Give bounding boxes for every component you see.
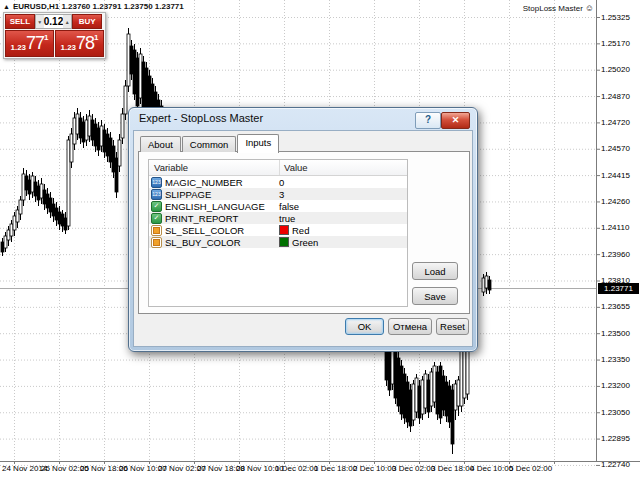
time-axis-label: 3 Dec 02:00 (392, 464, 435, 473)
ea-status[interactable]: StopLoss Master☺ (523, 3, 594, 13)
dialog-title: Expert - StopLoss Master (139, 112, 263, 124)
sell-price-big: 77 (26, 33, 44, 54)
price-axis-label: 1.24415 (601, 171, 630, 180)
color-type-icon (151, 225, 162, 236)
price-axis-label: 1.25020 (601, 65, 630, 74)
price-axis-label: 1.24570 (601, 144, 630, 153)
time-axis-label: 1 Dec 18:00 (314, 464, 357, 473)
variable-name: MAGIC_NUMBER (165, 177, 243, 188)
dialog-tabs: AboutCommonInputs (140, 136, 280, 153)
sell-price-sup: 1 (44, 33, 48, 42)
price-axis-label: 1.23655 (601, 302, 630, 311)
load-button[interactable]: Load (412, 262, 458, 280)
ea-active-smiley-icon: ☺ (585, 3, 594, 13)
cancel-button[interactable]: Отмена (388, 318, 432, 335)
input-row-slippage[interactable]: 123SLIPPAGE3 (149, 188, 407, 200)
ok-button[interactable]: OK (345, 318, 384, 335)
input-row-sl_buy_color[interactable]: SL_BUY_COLORGreen (149, 236, 407, 248)
variable-value[interactable]: true (279, 213, 295, 224)
integer-type-icon: 123 (151, 177, 162, 188)
volume-decrease-icon[interactable]: ▼ (36, 15, 44, 28)
input-row-english_language[interactable]: ✓ENGLISH_LANGUAGEfalse (149, 200, 407, 212)
price-axis-label: 1.24870 (601, 92, 630, 101)
tab-common[interactable]: Common (182, 136, 237, 152)
variable-value[interactable]: 3 (279, 189, 284, 200)
symbol-ohlc-text: EURUSD,H1 1.23760 1.23791 1.23750 1.2377… (13, 2, 184, 11)
inputs-table-header: Variable Value (149, 160, 407, 176)
inputs-table-rows: 123MAGIC_NUMBER0123SLIPPAGE3✓ENGLISH_LAN… (149, 176, 407, 248)
variable-value[interactable]: 0 (279, 177, 284, 188)
variable-name: PRINT_REPORT (165, 213, 238, 224)
buy-price-sup: 1 (94, 33, 98, 42)
input-row-print_report[interactable]: ✓PRINT_REPORTtrue (149, 212, 407, 224)
price-axis-label: 1.24260 (601, 197, 630, 206)
input-row-sl_sell_color[interactable]: SL_SELL_COLORRed (149, 224, 407, 236)
price-axis-label: 1.23350 (601, 355, 630, 364)
expert-properties-dialog: Expert - StopLoss Master ? ✕ AboutCommon… (128, 107, 478, 352)
volume-increase-icon[interactable]: ▲ (63, 15, 71, 28)
variable-name: SL_SELL_COLOR (165, 225, 244, 236)
dialog-close-icon[interactable]: ✕ (441, 112, 470, 129)
chart-symbol-ohlc: ▲EURUSD,H1 1.23760 1.23791 1.23750 1.237… (3, 2, 184, 11)
column-header-variable[interactable]: Variable (149, 160, 280, 175)
time-axis-label: 2 Dec 10:00 (353, 464, 396, 473)
inputs-table: Variable Value 123MAGIC_NUMBER0123SLIPPA… (148, 159, 408, 307)
price-axis-label: 1.24110 (601, 223, 629, 232)
price-axis-label: 1.23500 (601, 329, 630, 338)
price-axis-label: 1.23960 (601, 250, 630, 259)
price-axis-label: 1.22895 (601, 434, 630, 443)
buy-price-button[interactable]: 1.23781 (55, 30, 104, 57)
sell-price-button[interactable]: 1.23771 (5, 30, 54, 57)
inputs-tab-pane: Variable Value 123MAGIC_NUMBER0123SLIPPA… (138, 151, 470, 314)
input-row-magic_number[interactable]: 123MAGIC_NUMBER0 (149, 176, 407, 188)
boolean-type-icon: ✓ (151, 201, 162, 212)
variable-value[interactable]: Red (292, 225, 309, 236)
price-axis-label: 1.23200 (601, 381, 630, 390)
price-axis-label: 1.25325 (601, 13, 630, 22)
integer-type-icon: 123 (151, 189, 162, 200)
price-axis-label: 1.25170 (601, 39, 630, 48)
variable-name: SLIPPAGE (165, 189, 211, 200)
volume-value[interactable]: 0.12 (44, 16, 63, 27)
buy-price-small: 1.23 (60, 43, 76, 52)
color-swatch (279, 225, 289, 235)
buy-price-big: 78 (76, 33, 94, 54)
price-axis-label: 1.23050 (601, 408, 630, 417)
ea-name: StopLoss Master (523, 4, 583, 13)
save-button[interactable]: Save (412, 287, 458, 305)
color-type-icon (151, 237, 162, 248)
dialog-client-area: AboutCommonInputs Variable Value 123MAGI… (133, 130, 473, 347)
mt4-window: ▲EURUSD,H1 1.23760 1.23791 1.23750 1.237… (0, 0, 640, 480)
buy-button[interactable]: BUY (72, 14, 102, 29)
dialog-help-button[interactable]: ? (415, 112, 441, 129)
tab-inputs[interactable]: Inputs (237, 134, 279, 153)
volume-stepper: ▼ 0.12 ▲ (35, 14, 72, 29)
time-axis-label: 3 Dec 18:00 (431, 464, 474, 473)
sell-button[interactable]: SELL (5, 14, 35, 29)
time-axis-label: 5 Dec 02:00 (509, 464, 552, 473)
price-axis-label: 1.24720 (601, 118, 630, 127)
column-header-value[interactable]: Value (280, 160, 407, 175)
variable-value[interactable]: false (279, 201, 299, 212)
reset-button[interactable]: Reset (436, 318, 469, 335)
time-axis-label: 1 Dec 02:00 (275, 464, 318, 473)
color-swatch (279, 237, 289, 247)
chart-collapse-icon[interactable]: ▲ (3, 3, 10, 10)
price-axis-label: 1.22740 (601, 460, 630, 469)
sell-price-small: 1.23 (10, 43, 26, 52)
variable-value[interactable]: Green (292, 237, 318, 248)
one-click-trading-panel: SELL ▼ 0.12 ▲ BUY 1.23771 1.23781 (3, 12, 106, 59)
boolean-type-icon: ✓ (151, 213, 162, 224)
current-price-tag: 1.23771 (598, 283, 639, 294)
time-axis-label: 4 Dec 10:00 (470, 464, 513, 473)
variable-name: SL_BUY_COLOR (165, 237, 241, 248)
tab-about[interactable]: About (140, 136, 181, 152)
variable-name: ENGLISH_LANGUAGE (165, 201, 265, 212)
